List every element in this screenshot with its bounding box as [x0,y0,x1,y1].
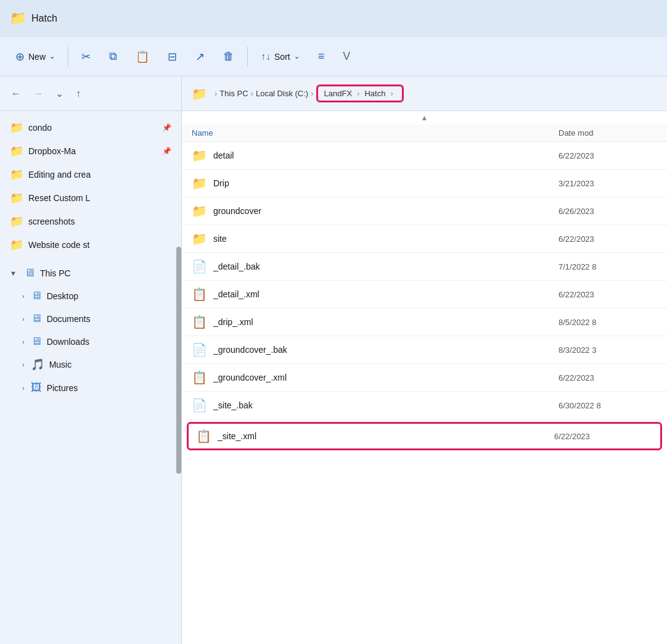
sidebar-item-label: Website code st [28,240,89,250]
folder-icon: 📁 [10,121,23,134]
rename-button[interactable]: ⊟ [160,46,185,68]
file-item-site-xml[interactable]: 📋 _site_.xml 6/22/2023 [187,422,662,450]
breadcrumb-local-disk[interactable]: Local Disk (C:) [256,89,308,98]
file-item-detail-xml[interactable]: 📋 _detail_.xml 6/22/2023 [182,281,667,308]
file-item-drip[interactable]: 📁 Drip 3/21/2023 [182,170,667,197]
chevron-right-icon: › [22,384,25,392]
sidebar-item-label: Dropbox-Ma [28,146,76,156]
xml-file-icon: 📋 [192,287,207,302]
sidebar-item-label: Music [49,360,72,369]
toolbar-separator-2 [247,47,248,67]
sidebar-scrollbar[interactable] [176,247,181,474]
file-item-groundcover-xml[interactable]: 📋 _groundcover_.xml 6/22/2023 [182,364,667,392]
cut-button[interactable]: ✂ [73,46,99,68]
sidebar-item-desktop[interactable]: › 🖥 Desktop [0,284,181,307]
file-name: _groundcover_.xml [213,373,552,382]
breadcrumb-highlight-box: LandFX › Hatch › [316,85,404,102]
folder-icon: 📁 [192,148,207,163]
view-button[interactable]: V [335,46,358,67]
breadcrumb-hatch[interactable]: Hatch [364,89,385,98]
file-date: 6/30/2022 8 [559,401,657,410]
copy-icon: ⧉ [109,50,117,63]
up-button[interactable]: ↑ [72,86,84,102]
file-item-site[interactable]: 📁 site 6/22/2023 [182,225,667,253]
file-item-groundcover[interactable]: 📁 groundcover 6/26/2023 [182,197,667,225]
new-plus-icon: ⊕ [15,50,25,64]
sidebar-item-documents[interactable]: › 🖥 Documents [0,307,181,330]
file-item-groundcover-bak[interactable]: 📄 _groundcover_.bak 8/3/2022 3 [182,336,667,364]
main-layout: ← → ⌄ ↑ 📁 condo 📌 📁 Dropbox-Ma 📌 📁 Editi… [0,76,667,644]
sidebar-item-music[interactable]: › 🎵 Music [0,353,181,376]
new-chevron-icon: ⌄ [49,52,55,60]
menu-button[interactable]: ≡ [310,46,333,67]
chevron-right-icon: › [22,338,25,345]
file-name: _detail_.bak [213,262,552,271]
sidebar-item-screenshots[interactable]: 📁 screenshots [0,210,181,233]
folder-icon: 📁 [10,168,23,181]
file-name: Drip [213,178,552,188]
title-bar: 📁 Hatch [0,0,667,37]
title-bar-folder-icon: 📁 [10,10,27,27]
folder-icon: 📁 [10,191,23,205]
forward-button[interactable]: → [30,86,47,102]
sidebar-item-downloads[interactable]: › 🖥 Downloads [0,330,181,353]
pin-icon: 📌 [162,123,171,132]
copy-button[interactable]: ⧉ [101,46,125,67]
delete-button[interactable]: 🗑 [215,46,242,67]
breadcrumb-this-pc[interactable]: This PC [219,89,248,98]
breadcrumb-sep-5: › [390,89,393,98]
breadcrumb-landfx[interactable]: LandFX [324,89,353,98]
toolbar-separator-1 [68,47,68,67]
sidebar-item-label: screenshots [28,217,75,226]
pin-icon: 📌 [162,147,171,155]
file-date: 6/22/2023 [554,432,653,441]
file-item-drip-xml[interactable]: 📋 _drip_.xml 8/5/2022 8 [182,308,667,336]
file-item-site-bak[interactable]: 📄 _site_.bak 6/30/2022 8 [182,392,667,419]
sidebar: ← → ⌄ ↑ 📁 condo 📌 📁 Dropbox-Ma 📌 📁 Editi… [0,76,182,644]
drive-icon: 🖥 [31,312,42,325]
sidebar-item-condo[interactable]: 📁 condo 📌 [0,116,181,139]
folder-icon: 📁 [10,215,23,228]
col-date-header[interactable]: Date mod [559,128,657,138]
back-button[interactable]: ← [7,86,25,102]
share-icon: ↗ [195,50,205,64]
file-date: 6/22/2023 [559,373,657,382]
share-button[interactable]: ↗ [187,46,213,68]
sort-button[interactable]: ↑↓ Sort ⌄ [253,47,308,67]
file-item-detail-bak[interactable]: 📄 _detail_.bak 7/1/2022 8 [182,253,667,281]
sidebar-item-this-pc[interactable]: ▼ 🖥 This PC [0,262,181,284]
dropdown-button[interactable]: ⌄ [52,85,67,102]
sidebar-item-editing[interactable]: 📁 Editing and crea [0,163,181,186]
sidebar-item-pictures[interactable]: › 🖼 Pictures [0,376,181,399]
sidebar-item-label: Editing and crea [28,170,91,180]
chevron-right-icon: › [22,315,25,323]
sort-label: Sort [274,52,290,62]
col-name-header[interactable]: Name [192,128,559,138]
file-name: _groundcover_.bak [213,345,552,355]
sidebar-item-dropbox[interactable]: 📁 Dropbox-Ma 📌 [0,139,181,163]
drive-icon: 🖼 [31,381,42,394]
nav-bar: ← → ⌄ ↑ [0,76,181,111]
folder-icon: 📁 [192,204,207,218]
file-name: detail [213,151,552,160]
sidebar-item-website[interactable]: 📁 Website code st [0,233,181,257]
file-date: 3/21/2023 [559,179,657,188]
breadcrumb-sep-4: › [357,89,359,98]
file-date: 8/5/2022 8 [559,318,657,327]
sidebar-item-label: This PC [40,268,71,278]
menu-icon: ≡ [318,50,325,63]
file-date: 6/22/2023 [559,290,657,299]
sidebar-item-reset[interactable]: 📁 Reset Custom L [0,186,181,210]
sidebar-item-label: Reset Custom L [28,193,90,203]
drive-icon: 🎵 [31,358,44,371]
chevron-right-icon: › [22,292,25,300]
drive-icon: 🖥 [31,335,42,348]
file-name: _site_.bak [213,400,552,410]
paste-button[interactable]: 📋 [128,46,157,68]
collapse-arrow[interactable]: ▲ [182,111,667,125]
file-item-detail[interactable]: 📁 detail 6/22/2023 [182,142,667,170]
file-name: _site_.xml [218,431,548,441]
new-button[interactable]: ⊕ New ⌄ [7,46,63,68]
sidebar-item-label: Pictures [47,383,78,393]
breadcrumb-folder-icon: 📁 [192,86,207,101]
